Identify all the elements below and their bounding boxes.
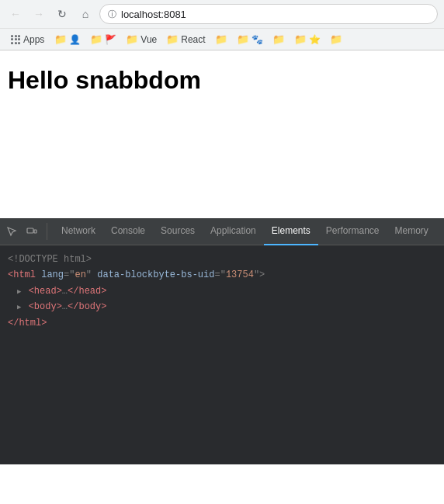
devtools-panel: Network Console Sources Application Elem… [0, 218, 444, 464]
reload-button[interactable]: ↻ [53, 5, 71, 23]
folder-icon-8: 📁 [294, 33, 307, 45]
tab-console[interactable]: Console [103, 218, 153, 245]
apps-label: Apps [23, 34, 44, 45]
devtools-content: <!DOCTYPE html> <html lang="en" data-blo… [0, 245, 444, 464]
html-line-3: ▶ <head>…</head> [8, 283, 436, 299]
head-open-tag: <head> [29, 286, 62, 297]
folder-icon-1: 📁 [54, 33, 67, 45]
bookmark-label-vue: Vue [140, 34, 157, 45]
tab-memory[interactable]: Memory [387, 218, 436, 245]
bookmark-item-vue[interactable]: 📁 Vue [122, 32, 161, 47]
browser-chrome: ← → ↻ ⌂ ⓘ localhost:8081 Apps 📁 👤 📁 🚩 📁 [0, 0, 444, 50]
tab-elements[interactable]: Elements [264, 218, 318, 245]
devtools-tabs: Network Console Sources Application Elem… [54, 218, 441, 245]
bookmark-item-6[interactable]: 📁 🐾 [233, 32, 267, 47]
svg-rect-0 [27, 228, 33, 233]
bookmark-item-9[interactable]: 📁 [326, 32, 346, 47]
back-button[interactable]: ← [6, 5, 25, 23]
bookmark-label-1: 👤 [69, 34, 81, 45]
html-attr-lang: lang [41, 269, 64, 280]
head-expand-arrow[interactable]: ▶ [17, 288, 21, 296]
folder-icon-6: 📁 [237, 33, 249, 45]
bookmark-item-8[interactable]: 📁 ⭐ [290, 32, 324, 47]
lock-icon: ⓘ [108, 9, 116, 20]
apps-grid-icon [11, 35, 20, 44]
tab-sources[interactable]: Sources [153, 218, 203, 245]
device-toggle-button[interactable] [23, 223, 40, 240]
bookmark-item-react[interactable]: 📁 React [162, 32, 209, 47]
html-open-tag: <html [8, 269, 36, 280]
svg-rect-1 [34, 230, 36, 233]
home-button[interactable]: ⌂ [76, 5, 95, 23]
html-line-4: ▶ <body>…</body> [8, 299, 436, 315]
folder-icon-react: 📁 [166, 33, 179, 45]
body-expand-arrow[interactable]: ▶ [17, 304, 21, 311]
bookmark-item-2[interactable]: 📁 🚩 [86, 32, 120, 47]
html-attr-uid: data-blockbyte-bs-uid [97, 269, 214, 280]
bookmarks-bar: Apps 📁 👤 📁 🚩 📁 Vue 📁 React 📁 📁 🐾 📁 [0, 28, 444, 50]
html-line-2: <html lang="en" data-blockbyte-bs-uid="1… [8, 267, 436, 283]
bookmark-item-5[interactable]: 📁 [211, 32, 231, 47]
nav-bar: ← → ↻ ⌂ ⓘ localhost:8081 [0, 0, 444, 28]
doctype-bracket: <!DOCTYPE html> [8, 254, 92, 265]
bookmark-label-react: React [181, 34, 205, 45]
bookmark-item-7[interactable]: 📁 [269, 32, 289, 47]
page-content: Hello snabbdom [0, 50, 444, 218]
folder-icon-7: 📁 [272, 33, 285, 45]
devtools-toolbar: Network Console Sources Application Elem… [0, 218, 444, 245]
address-bar[interactable]: ⓘ localhost:8081 [99, 4, 438, 24]
forward-button[interactable]: → [29, 5, 48, 23]
html-close-tag: </html> [8, 318, 47, 328]
folder-icon-9: 📁 [330, 33, 342, 45]
html-line-1: <!DOCTYPE html> [8, 252, 436, 267]
folder-icon-5: 📁 [215, 33, 227, 45]
tab-performance[interactable]: Performance [318, 218, 387, 245]
html-line-5: </html> [8, 315, 436, 331]
body-open-tag: <body> [29, 301, 62, 312]
bookmark-label-6: 🐾 [251, 34, 263, 45]
bookmark-label-8: ⭐ [309, 34, 321, 45]
apps-bookmark[interactable]: Apps [6, 33, 49, 47]
page-heading: Hello snabbdom [8, 66, 436, 95]
bookmark-label-2: 🚩 [105, 34, 116, 45]
bookmark-item-1[interactable]: 📁 👤 [50, 32, 85, 47]
devtools-icon-group [3, 223, 47, 240]
tab-application[interactable]: Application [203, 218, 264, 245]
folder-icon-vue: 📁 [126, 33, 138, 45]
inspect-element-button[interactable] [3, 223, 20, 240]
url-text: localhost:8081 [121, 9, 186, 20]
folder-icon-2: 📁 [90, 33, 102, 45]
tab-network[interactable]: Network [54, 218, 103, 245]
